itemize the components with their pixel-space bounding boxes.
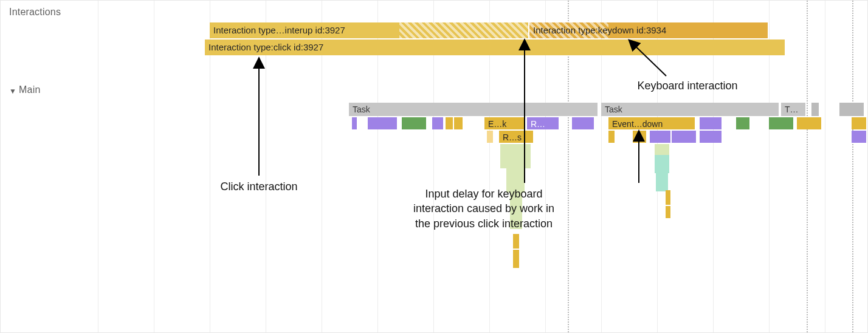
flame-slice[interactable] bbox=[633, 131, 646, 143]
flame-slice[interactable] bbox=[608, 131, 615, 143]
flame-slice[interactable] bbox=[655, 155, 669, 173]
gridline bbox=[825, 1, 825, 332]
flame-slice[interactable] bbox=[446, 117, 453, 129]
flame-slice-eventdown[interactable]: Event…down bbox=[608, 117, 695, 129]
flame-slice-rs[interactable]: R…s bbox=[499, 131, 533, 143]
time-marker-dotted bbox=[807, 1, 808, 332]
annotation-keyboard-interaction: Keyboard interaction bbox=[608, 78, 766, 93]
flame-slice[interactable] bbox=[769, 117, 793, 129]
flame-slice[interactable] bbox=[700, 117, 722, 129]
flame-slice-ek[interactable]: E…k bbox=[484, 117, 524, 129]
interaction-bar-click[interactable]: Interaction type:click id:3927 bbox=[205, 39, 785, 55]
flame-slice[interactable] bbox=[666, 190, 670, 205]
flame-slice[interactable] bbox=[852, 117, 866, 129]
flame-slice[interactable] bbox=[368, 117, 397, 129]
track-label-main: Main bbox=[19, 84, 40, 95]
flame-slice[interactable] bbox=[666, 206, 670, 218]
flame-slice[interactable] bbox=[700, 131, 722, 143]
annotation-input-delay: Input delay for keyboard interaction cau… bbox=[384, 187, 584, 231]
flame-slice[interactable] bbox=[797, 117, 821, 129]
flame-slice[interactable] bbox=[454, 117, 463, 129]
task-bar[interactable] bbox=[839, 103, 864, 116]
flame-slice[interactable] bbox=[650, 131, 670, 143]
task-bar[interactable]: T… bbox=[781, 103, 805, 116]
flame-slice[interactable] bbox=[432, 117, 443, 129]
flame-slice[interactable] bbox=[513, 234, 519, 249]
task-bar[interactable]: Task bbox=[601, 103, 779, 116]
flame-slice[interactable] bbox=[402, 117, 426, 129]
track-label-interactions: Interactions bbox=[9, 7, 61, 18]
flame-slice-r[interactable]: R… bbox=[527, 117, 559, 129]
task-bar[interactable] bbox=[811, 103, 819, 116]
time-marker-dotted bbox=[852, 1, 853, 332]
flame-slice[interactable] bbox=[487, 131, 493, 143]
flame-slice[interactable] bbox=[655, 144, 669, 155]
flame-slice[interactable] bbox=[672, 131, 696, 143]
flame-slice[interactable] bbox=[513, 250, 519, 268]
flame-slice[interactable] bbox=[852, 131, 866, 143]
flame-slice[interactable] bbox=[352, 117, 357, 129]
gridline bbox=[98, 1, 98, 332]
flame-slice[interactable] bbox=[736, 117, 749, 129]
interaction-bar-pointerup[interactable]: Interaction type…interup id:3927 bbox=[210, 22, 399, 38]
chevron-down-icon[interactable]: ▼ bbox=[9, 87, 16, 95]
performance-panel: Interactions ▼ Main Interaction type…int… bbox=[0, 0, 868, 333]
flame-slice[interactable] bbox=[500, 144, 531, 168]
gridline bbox=[154, 1, 154, 332]
flame-slice[interactable] bbox=[656, 173, 668, 191]
interaction-bar-pointerup-tail[interactable] bbox=[399, 22, 528, 38]
annotation-click-interaction: Click interaction bbox=[186, 179, 332, 194]
flame-slice[interactable] bbox=[572, 117, 594, 129]
interaction-bar-keydown-label: Interaction type:keydown id:3934 bbox=[533, 22, 666, 38]
task-bar[interactable]: Task bbox=[349, 103, 598, 116]
